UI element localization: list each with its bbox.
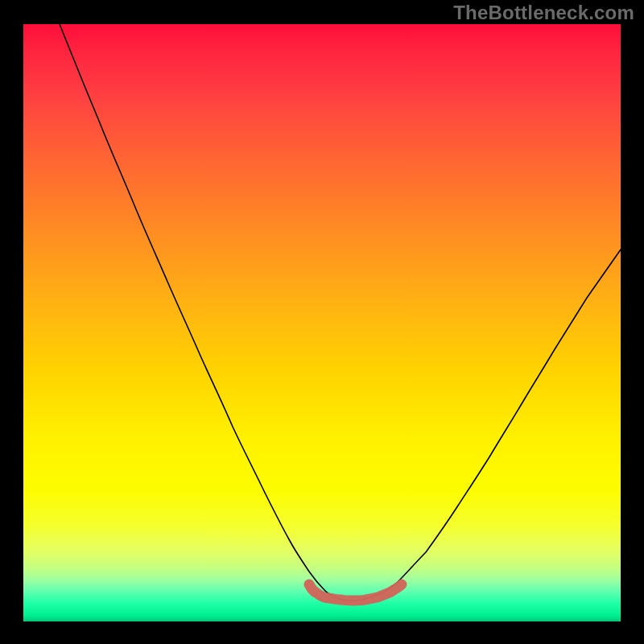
- bottom-marker: [23, 24, 621, 621]
- bottom-marker-path: [309, 584, 402, 601]
- chart-frame: TheBottleneck.com: [0, 0, 644, 644]
- plot-area: [23, 24, 621, 621]
- watermark-text: TheBottleneck.com: [453, 2, 634, 24]
